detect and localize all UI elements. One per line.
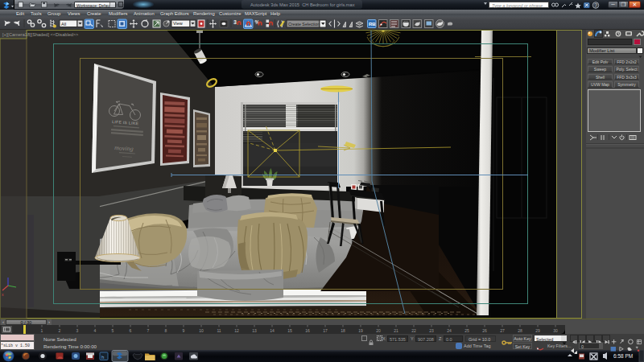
svg-text:24: 24 [447,328,452,333]
svg-text:21: 21 [394,328,398,333]
svg-text:3: 3 [233,19,237,25]
svg-text:All: All [61,22,66,27]
svg-text:?: ? [594,2,597,8]
svg-text:19: 19 [358,328,363,333]
svg-text:28: 28 [518,328,522,333]
svg-text:3: 3 [76,328,79,333]
svg-text:RB: RB [369,22,376,27]
svg-text:26: 26 [482,328,487,333]
svg-text:30: 30 [553,328,558,333]
svg-text:View: View [173,21,183,26]
svg-text:29: 29 [535,328,540,333]
svg-text:5: 5 [112,328,114,333]
svg-text:13: 13 [252,328,257,333]
svg-text:23: 23 [429,328,434,333]
svg-text:16: 16 [305,328,310,333]
svg-text:[+][Camera18][Shaded] <<Disabl: [+][Camera18][Shaded] <<Disabled>> [2,32,78,37]
svg-text:moving: moving [114,144,134,153]
svg-text:4: 4 [94,328,97,333]
svg-text:1: 1 [41,328,43,333]
svg-text:14: 14 [270,328,275,333]
svg-text:8: 8 [165,328,167,333]
svg-text:27: 27 [500,328,505,333]
svg-text:Create Selection S: Create Selection S [288,22,324,27]
svg-text:9: 9 [183,328,185,333]
svg-text:11: 11 [217,328,221,333]
svg-text:7: 7 [147,328,150,333]
svg-text:10: 10 [199,328,204,333]
svg-text:6: 6 [130,328,132,333]
svg-text:h: h [101,355,104,360]
svg-text:17: 17 [323,328,328,333]
svg-text:25: 25 [464,328,469,333]
svg-text:15: 15 [287,328,292,333]
svg-text:12: 12 [234,328,239,333]
svg-text:20: 20 [376,328,381,333]
svg-text:2: 2 [59,328,61,333]
svg-text:22: 22 [411,328,416,333]
svg-text:18: 18 [341,328,345,333]
